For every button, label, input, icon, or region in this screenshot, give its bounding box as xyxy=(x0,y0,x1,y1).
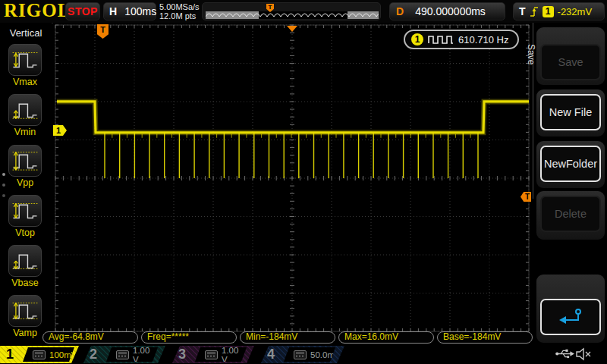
save-menu-title: Save xyxy=(526,44,536,64)
measurement-freq: Freq=***** xyxy=(141,331,237,344)
measure-menu: Vertical Vmax Vmin xyxy=(0,23,52,346)
vpp-icon xyxy=(8,145,42,177)
menu-item-label: Vpp xyxy=(8,177,42,188)
horizontal-timebase-box[interactable]: H 100ms xyxy=(103,2,156,20)
waveform-display: T 1 T 1 610.710 Hz xyxy=(53,23,531,346)
vamp-icon xyxy=(8,295,42,327)
trigger-box[interactable]: T 1 -232mV xyxy=(513,2,605,20)
memory-depth: 12.0M pts xyxy=(159,11,200,20)
oscilloscope-screen: RIGOL STOP H 100ms 5.00MSa/s 12.0M pts T… xyxy=(0,0,607,364)
menu-item-vtop[interactable]: Vtop xyxy=(8,195,42,238)
menu-item-vamp[interactable]: Vamp xyxy=(8,295,42,338)
trigger-label: T xyxy=(519,5,526,17)
memory-waveform-strip xyxy=(206,11,379,19)
channel1-status[interactable]: 1 100mV xyxy=(0,346,79,363)
save-button[interactable]: Save xyxy=(540,44,601,80)
new-folder-button[interactable]: NewFolder xyxy=(540,146,601,182)
horizontal-center-marker-icon xyxy=(287,26,297,32)
channel-number: 1 xyxy=(6,347,14,362)
new-file-button[interactable]: New File xyxy=(540,94,601,130)
square-wave-icon xyxy=(428,35,454,44)
dc-coupling-icon xyxy=(205,350,218,359)
trigger-source-badge: 1 xyxy=(543,6,554,17)
usb-icon xyxy=(555,347,574,360)
measurement-max: Max=16.0mV xyxy=(338,331,434,344)
return-arrow-icon xyxy=(558,307,583,327)
menu-item-vpp[interactable]: Vpp xyxy=(8,145,42,188)
vmax-icon xyxy=(8,44,42,76)
menu-item-vmin[interactable]: Vmin xyxy=(8,94,42,137)
frequency-counter: 1 610.710 Hz xyxy=(404,30,519,49)
dc-coupling-icon xyxy=(33,350,46,359)
channel-number: 2 xyxy=(90,347,97,362)
channel-number: 4 xyxy=(267,347,275,362)
dc-coupling-icon xyxy=(294,350,307,359)
vmin-icon xyxy=(8,94,42,126)
back-button[interactable] xyxy=(540,299,601,335)
delay-value: 490.000000ms xyxy=(415,5,493,17)
menu-item-label: Vbase xyxy=(8,278,42,288)
timebase-value: 100ms xyxy=(124,5,156,17)
channel-scale: 100mV xyxy=(23,347,74,362)
speaker-muted-icon xyxy=(575,347,592,361)
channel3-status[interactable]: 3 1.00 V xyxy=(172,346,254,363)
counter-channel-badge: 1 xyxy=(411,33,423,46)
vtop-icon xyxy=(8,195,42,227)
measurement-avg: Avg=-64.8mV xyxy=(42,331,138,344)
channel2-status[interactable]: 2 1.00 V xyxy=(83,346,165,363)
menu-item-label: Vmin xyxy=(8,127,42,137)
channel-scale: 1.00 V xyxy=(106,347,158,362)
run-stop-status[interactable]: STOP xyxy=(65,2,100,20)
trigger-level-value: -232mV xyxy=(558,6,593,17)
channel-number: 3 xyxy=(178,347,186,362)
measurement-min: Min=-184mV xyxy=(240,331,335,344)
memory-position-bar: T xyxy=(202,2,381,20)
graticule-and-waveform xyxy=(53,23,531,346)
menu-item-label: Vamp xyxy=(8,328,42,338)
save-menu: Save Save New File NewFolder Delete xyxy=(531,23,607,346)
vbase-icon xyxy=(8,245,42,277)
delay-label: D xyxy=(396,5,404,17)
brand-logo: RIGOL xyxy=(4,0,71,21)
measurement-base: Base=-184mV xyxy=(437,331,533,344)
counter-value: 610.710 Hz xyxy=(458,34,509,46)
channel-scale: 50.0mV xyxy=(284,347,335,362)
delay-box[interactable]: D 490.000000ms xyxy=(389,2,505,20)
acquisition-info: 5.00MSa/s 12.0M pts xyxy=(159,2,200,20)
channel-scale: 1.00 V xyxy=(195,347,247,362)
horizontal-label: H xyxy=(109,5,117,17)
rising-edge-icon xyxy=(530,5,539,17)
menu-item-vbase[interactable]: Vbase xyxy=(8,245,42,288)
top-status-bar: RIGOL STOP H 100ms 5.00MSa/s 12.0M pts T… xyxy=(0,0,607,24)
memory-squiggle-icon xyxy=(206,11,379,19)
channel4-status[interactable]: 4 50.0mV xyxy=(261,346,344,363)
dc-coupling-icon xyxy=(116,350,129,359)
measure-menu-title: Vertical xyxy=(0,23,52,39)
menu-item-label: Vmax xyxy=(8,77,42,87)
menu-item-label: Vtop xyxy=(8,228,42,238)
menu-item-vmax[interactable]: Vmax xyxy=(8,44,42,87)
delete-button[interactable]: Delete xyxy=(540,196,601,232)
run-state-label: STOP xyxy=(68,5,98,17)
sample-rate: 5.00MSa/s xyxy=(159,2,200,11)
menu-page-dots xyxy=(2,173,5,205)
